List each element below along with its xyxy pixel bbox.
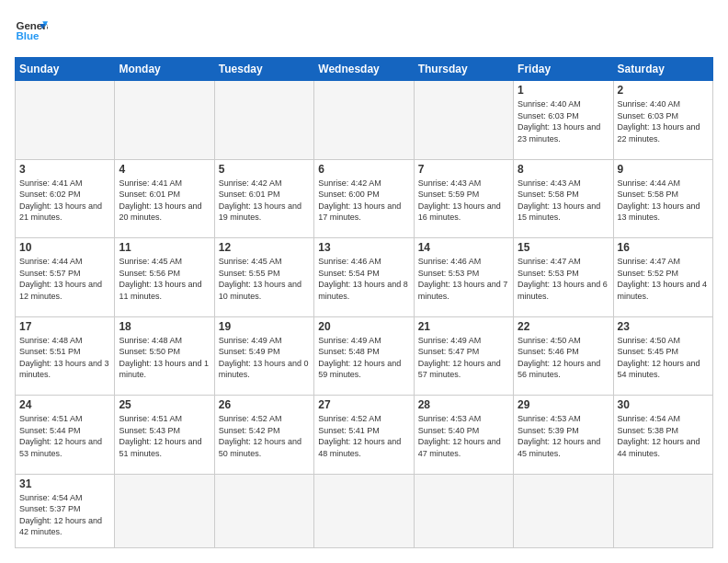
day-info: Sunrise: 4:48 AM Sunset: 5:51 PM Dayligh… <box>19 335 110 381</box>
calendar-cell <box>414 81 513 160</box>
calendar-cell: 24Sunrise: 4:51 AM Sunset: 5:44 PM Dayli… <box>16 396 115 475</box>
day-number: 16 <box>618 241 709 254</box>
day-number: 28 <box>418 398 509 411</box>
day-number: 21 <box>418 320 509 333</box>
day-number: 23 <box>618 320 709 333</box>
week-row-0: 1Sunrise: 4:40 AM Sunset: 6:03 PM Daylig… <box>16 81 713 160</box>
calendar-cell: 4Sunrise: 4:41 AM Sunset: 6:01 PM Daylig… <box>115 159 214 238</box>
weekday-header-wednesday: Wednesday <box>314 58 414 81</box>
calendar-cell: 20Sunrise: 4:49 AM Sunset: 5:48 PM Dayli… <box>314 316 414 396</box>
calendar-cell <box>414 474 513 548</box>
day-info: Sunrise: 4:51 AM Sunset: 5:44 PM Dayligh… <box>19 413 110 459</box>
day-number: 5 <box>219 163 310 176</box>
logo-icon: General Blue <box>15 15 48 48</box>
day-number: 3 <box>19 163 110 176</box>
day-info: Sunrise: 4:52 AM Sunset: 5:42 PM Dayligh… <box>219 413 310 459</box>
day-info: Sunrise: 4:40 AM Sunset: 6:03 PM Dayligh… <box>518 98 609 144</box>
day-info: Sunrise: 4:45 AM Sunset: 5:55 PM Dayligh… <box>219 256 310 302</box>
day-info: Sunrise: 4:54 AM Sunset: 5:38 PM Dayligh… <box>618 413 709 459</box>
day-number: 26 <box>219 398 310 411</box>
day-number: 31 <box>19 477 110 490</box>
day-number: 7 <box>418 163 509 176</box>
calendar-cell: 16Sunrise: 4:47 AM Sunset: 5:52 PM Dayli… <box>613 238 712 317</box>
day-info: Sunrise: 4:53 AM Sunset: 5:39 PM Dayligh… <box>518 413 609 459</box>
logo: General Blue <box>15 15 48 48</box>
weekday-header-friday: Friday <box>514 58 613 81</box>
day-number: 30 <box>618 398 709 411</box>
weekday-header-row: SundayMondayTuesdayWednesdayThursdayFrid… <box>16 58 713 81</box>
calendar-cell: 17Sunrise: 4:48 AM Sunset: 5:51 PM Dayli… <box>16 316 115 396</box>
day-info: Sunrise: 4:49 AM Sunset: 5:49 PM Dayligh… <box>219 335 310 381</box>
week-row-1: 3Sunrise: 4:41 AM Sunset: 6:02 PM Daylig… <box>16 159 713 238</box>
calendar-cell: 6Sunrise: 4:42 AM Sunset: 6:00 PM Daylig… <box>314 159 414 238</box>
calendar-cell: 25Sunrise: 4:51 AM Sunset: 5:43 PM Dayli… <box>115 396 214 475</box>
weekday-header-sunday: Sunday <box>16 58 115 81</box>
svg-text:Blue: Blue <box>16 30 40 41</box>
calendar-cell: 14Sunrise: 4:46 AM Sunset: 5:53 PM Dayli… <box>414 238 513 317</box>
calendar-cell: 27Sunrise: 4:52 AM Sunset: 5:41 PM Dayli… <box>314 396 414 475</box>
day-number: 11 <box>119 241 210 254</box>
day-info: Sunrise: 4:41 AM Sunset: 6:01 PM Dayligh… <box>119 178 210 224</box>
day-info: Sunrise: 4:41 AM Sunset: 6:02 PM Dayligh… <box>19 178 110 224</box>
day-number: 2 <box>618 84 709 97</box>
calendar-cell: 21Sunrise: 4:49 AM Sunset: 5:47 PM Dayli… <box>414 316 513 396</box>
calendar-cell <box>115 474 214 548</box>
day-number: 13 <box>318 241 409 254</box>
calendar-cell: 7Sunrise: 4:43 AM Sunset: 5:59 PM Daylig… <box>414 159 513 238</box>
day-info: Sunrise: 4:49 AM Sunset: 5:48 PM Dayligh… <box>318 335 409 381</box>
day-number: 20 <box>318 320 409 333</box>
day-info: Sunrise: 4:47 AM Sunset: 5:53 PM Dayligh… <box>518 256 609 302</box>
calendar-cell: 19Sunrise: 4:49 AM Sunset: 5:49 PM Dayli… <box>214 316 313 396</box>
calendar-cell: 10Sunrise: 4:44 AM Sunset: 5:57 PM Dayli… <box>16 238 115 317</box>
calendar-cell: 15Sunrise: 4:47 AM Sunset: 5:53 PM Dayli… <box>514 238 613 317</box>
calendar-cell: 11Sunrise: 4:45 AM Sunset: 5:56 PM Dayli… <box>115 238 214 317</box>
day-info: Sunrise: 4:49 AM Sunset: 5:47 PM Dayligh… <box>418 335 509 381</box>
week-row-3: 17Sunrise: 4:48 AM Sunset: 5:51 PM Dayli… <box>16 316 713 396</box>
calendar-cell: 5Sunrise: 4:42 AM Sunset: 6:01 PM Daylig… <box>214 159 313 238</box>
day-info: Sunrise: 4:42 AM Sunset: 6:01 PM Dayligh… <box>219 178 310 224</box>
week-row-4: 24Sunrise: 4:51 AM Sunset: 5:44 PM Dayli… <box>16 396 713 475</box>
day-number: 12 <box>219 241 310 254</box>
calendar-cell: 30Sunrise: 4:54 AM Sunset: 5:38 PM Dayli… <box>613 396 712 475</box>
calendar-cell: 28Sunrise: 4:53 AM Sunset: 5:40 PM Dayli… <box>414 396 513 475</box>
header: General Blue <box>15 15 713 48</box>
day-info: Sunrise: 4:40 AM Sunset: 6:03 PM Dayligh… <box>618 98 709 144</box>
day-number: 22 <box>518 320 609 333</box>
weekday-header-thursday: Thursday <box>414 58 513 81</box>
day-number: 19 <box>219 320 310 333</box>
day-number: 17 <box>19 320 110 333</box>
calendar-cell: 31Sunrise: 4:54 AM Sunset: 5:37 PM Dayli… <box>16 474 115 548</box>
calendar-cell <box>314 81 414 160</box>
day-info: Sunrise: 4:54 AM Sunset: 5:37 PM Dayligh… <box>19 492 110 538</box>
calendar-cell <box>16 81 115 160</box>
day-number: 8 <box>518 163 609 176</box>
day-info: Sunrise: 4:47 AM Sunset: 5:52 PM Dayligh… <box>618 256 709 302</box>
day-number: 25 <box>119 398 210 411</box>
day-number: 9 <box>618 163 709 176</box>
day-info: Sunrise: 4:50 AM Sunset: 5:45 PM Dayligh… <box>618 335 709 381</box>
calendar-cell: 1Sunrise: 4:40 AM Sunset: 6:03 PM Daylig… <box>514 81 613 160</box>
calendar-cell: 18Sunrise: 4:48 AM Sunset: 5:50 PM Dayli… <box>115 316 214 396</box>
week-row-2: 10Sunrise: 4:44 AM Sunset: 5:57 PM Dayli… <box>16 238 713 317</box>
day-number: 29 <box>518 398 609 411</box>
calendar-cell: 13Sunrise: 4:46 AM Sunset: 5:54 PM Dayli… <box>314 238 414 317</box>
calendar-cell: 9Sunrise: 4:44 AM Sunset: 5:58 PM Daylig… <box>613 159 712 238</box>
day-info: Sunrise: 4:48 AM Sunset: 5:50 PM Dayligh… <box>119 335 210 381</box>
weekday-header-monday: Monday <box>115 58 214 81</box>
day-info: Sunrise: 4:44 AM Sunset: 5:57 PM Dayligh… <box>19 256 110 302</box>
calendar-cell <box>514 474 613 548</box>
calendar-cell: 2Sunrise: 4:40 AM Sunset: 6:03 PM Daylig… <box>613 81 712 160</box>
calendar-cell <box>214 81 313 160</box>
weekday-header-saturday: Saturday <box>613 58 712 81</box>
calendar-cell: 12Sunrise: 4:45 AM Sunset: 5:55 PM Dayli… <box>214 238 313 317</box>
day-number: 15 <box>518 241 609 254</box>
day-info: Sunrise: 4:50 AM Sunset: 5:46 PM Dayligh… <box>518 335 609 381</box>
day-number: 18 <box>119 320 210 333</box>
calendar-cell <box>214 474 313 548</box>
calendar-cell <box>613 474 712 548</box>
day-info: Sunrise: 4:52 AM Sunset: 5:41 PM Dayligh… <box>318 413 409 459</box>
calendar-table: SundayMondayTuesdayWednesdayThursdayFrid… <box>15 57 713 548</box>
day-info: Sunrise: 4:44 AM Sunset: 5:58 PM Dayligh… <box>618 178 709 224</box>
calendar-cell: 26Sunrise: 4:52 AM Sunset: 5:42 PM Dayli… <box>214 396 313 475</box>
calendar-cell: 8Sunrise: 4:43 AM Sunset: 5:58 PM Daylig… <box>514 159 613 238</box>
